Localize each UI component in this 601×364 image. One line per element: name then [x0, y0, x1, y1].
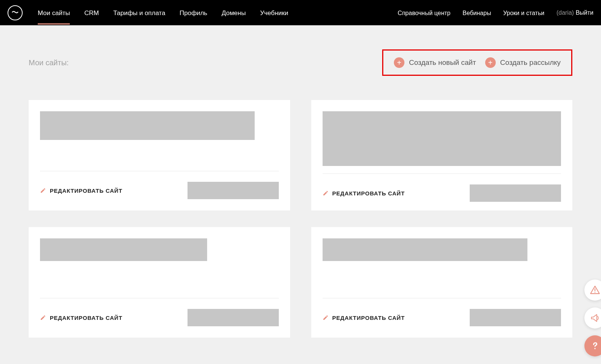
nav-tutorials[interactable]: Учебники: [260, 2, 288, 24]
top-bar: Мои сайты: + Создать новый сайт + Создат…: [29, 49, 572, 76]
site-url-placeholder: [470, 309, 561, 326]
sites-grid: РЕДАКТИРОВАТЬ САЙТ РЕДАКТИРОВАТЬ САЙТ: [29, 100, 572, 338]
content: Мои сайты: + Создать новый сайт + Создат…: [0, 25, 601, 353]
create-site-label: Создать новый сайт: [409, 58, 476, 67]
nav-webinars[interactable]: Вебинары: [463, 2, 491, 23]
svg-point-2: [594, 348, 595, 349]
nav-help-center[interactable]: Справочный центр: [398, 2, 450, 23]
svg-point-1: [595, 292, 595, 293]
divider: [40, 171, 279, 171]
edit-label: РЕДАКТИРОВАТЬ САЙТ: [332, 190, 405, 197]
plus-icon: +: [485, 57, 496, 68]
header: Мои сайты CRM Тарифы и оплата Профиль До…: [0, 0, 601, 25]
news-button[interactable]: [584, 307, 601, 329]
site-url-placeholder: [188, 309, 279, 326]
tilda-logo[interactable]: [8, 5, 23, 20]
nav-profile[interactable]: Профиль: [180, 2, 207, 24]
site-url-placeholder: [470, 184, 561, 202]
edit-site-link[interactable]: РЕДАКТИРОВАТЬ САЙТ: [323, 315, 405, 321]
nav-main: Мои сайты CRM Тарифы и оплата Профиль До…: [38, 2, 398, 24]
edit-site-link[interactable]: РЕДАКТИРОВАТЬ САЙТ: [40, 187, 122, 194]
site-preview-placeholder: [40, 238, 207, 261]
site-card[interactable]: РЕДАКТИРОВАТЬ САЙТ: [29, 227, 290, 338]
nav-lessons[interactable]: Уроки и статьи: [503, 2, 544, 23]
question-icon: [590, 341, 600, 351]
user-name: (daria): [556, 9, 574, 16]
actions-highlighted: + Создать новый сайт + Создать рассылку: [382, 49, 572, 76]
create-site-button[interactable]: + Создать новый сайт: [394, 57, 476, 68]
site-preview-placeholder: [40, 111, 255, 140]
divider: [323, 174, 561, 174]
nav-my-sites[interactable]: Мои сайты: [38, 2, 70, 24]
edit-label: РЕДАКТИРОВАТЬ САЙТ: [50, 187, 122, 194]
site-card[interactable]: РЕДАКТИРОВАТЬ САЙТ: [29, 100, 290, 210]
logout-link[interactable]: Выйти: [576, 9, 593, 16]
divider: [323, 298, 561, 298]
pencil-icon: [40, 187, 46, 194]
site-card[interactable]: РЕДАКТИРОВАТЬ САЙТ: [311, 100, 573, 210]
tilda-logo-icon: [11, 9, 19, 17]
site-preview-placeholder: [323, 111, 561, 166]
page-title: Мои сайты:: [29, 58, 69, 67]
nav-right: Справочный центр Вебинары Уроки и статьи…: [398, 2, 593, 23]
divider: [40, 298, 279, 298]
site-url-placeholder: [188, 182, 279, 199]
megaphone-icon: [590, 313, 600, 323]
pencil-icon: [323, 190, 329, 196]
pencil-icon: [40, 315, 46, 321]
edit-site-link[interactable]: РЕДАКТИРОВАТЬ САЙТ: [323, 190, 405, 197]
pencil-icon: [323, 315, 329, 321]
card-footer: РЕДАКТИРОВАТЬ САЙТ: [323, 309, 561, 326]
card-footer: РЕДАКТИРОВАТЬ САЙТ: [323, 184, 561, 202]
nav-domains[interactable]: Домены: [221, 2, 246, 24]
alert-button[interactable]: [584, 280, 601, 301]
create-mailing-label: Создать рассылку: [500, 58, 561, 67]
create-mailing-button[interactable]: + Создать рассылку: [485, 57, 561, 68]
nav-tariffs[interactable]: Тарифы и оплата: [113, 2, 165, 24]
plus-icon: +: [394, 57, 404, 68]
alert-triangle-icon: [590, 285, 600, 295]
card-footer: РЕДАКТИРОВАТЬ САЙТ: [40, 309, 279, 326]
user-info: (daria) Выйти: [556, 9, 593, 16]
floating-buttons: [584, 280, 601, 356]
site-preview-placeholder: [323, 238, 528, 261]
site-card[interactable]: РЕДАКТИРОВАТЬ САЙТ: [311, 227, 573, 338]
nav-crm[interactable]: CRM: [84, 2, 99, 24]
edit-label: РЕДАКТИРОВАТЬ САЙТ: [50, 315, 122, 321]
help-button[interactable]: [584, 335, 601, 356]
card-footer: РЕДАКТИРОВАТЬ САЙТ: [40, 182, 279, 199]
edit-site-link[interactable]: РЕДАКТИРОВАТЬ САЙТ: [40, 315, 122, 321]
edit-label: РЕДАКТИРОВАТЬ САЙТ: [332, 315, 405, 321]
